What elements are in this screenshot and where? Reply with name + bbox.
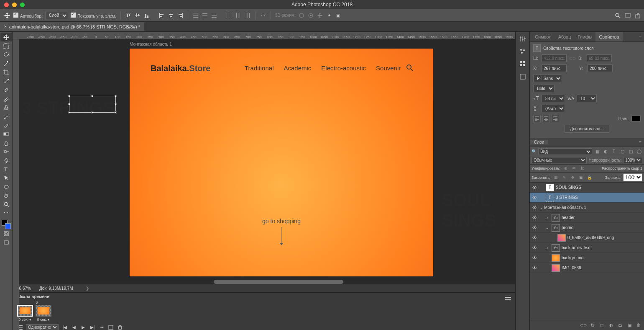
layer-row[interactable]: 👁⌄Монтажная область 1 [530, 203, 644, 213]
visibility-icon[interactable]: 👁 [530, 215, 539, 220]
horizontal-ruler[interactable]: -300-250-200-150-100-5005010015020025030… [13, 32, 515, 39]
filter-type-dropdown[interactable]: Вид [538, 148, 592, 155]
visibility-icon[interactable]: 👁 [530, 185, 539, 190]
font-weight-dropdown[interactable]: Bold [533, 85, 555, 92]
font-size-dropdown[interactable]: 88 пикс. [542, 95, 565, 102]
layer-row[interactable]: 👁T3 STRINGS [530, 193, 644, 203]
canvas[interactable]: 3 STRINGS Монтажная область 1 Balalaika.… [13, 39, 515, 284]
layer-fx-icon[interactable]: fx [590, 322, 595, 328]
lock-pixels-icon[interactable]: ✎ [562, 175, 567, 180]
3d-roll-icon[interactable] [307, 12, 314, 19]
artboard-label[interactable]: Монтажная область 1 [130, 42, 172, 46]
maximize-window-icon[interactable] [20, 3, 25, 7]
blur-tool[interactable] [0, 138, 12, 147]
quickmask-icon[interactable] [0, 229, 12, 238]
horizontal-scrollbar[interactable] [214, 280, 343, 284]
visibility-icon[interactable]: 👁 [530, 225, 539, 230]
tab-symbol[interactable]: Символ [532, 32, 555, 41]
filter-pixel-icon[interactable]: ▦ [594, 148, 601, 155]
layer-row[interactable]: 👁0_6a882_a5d90399_orig [530, 233, 644, 243]
layer-row[interactable]: 👁›🗀header [530, 213, 644, 223]
document-tab[interactable]: ×animtaion-balalaika-store.psd @ 66,7% (… [0, 22, 144, 31]
eyedropper-tool[interactable] [0, 77, 12, 85]
next-frame-icon[interactable]: ▶| [89, 325, 95, 330]
brush-tool[interactable] [0, 94, 12, 103]
y-field[interactable] [588, 64, 613, 72]
edit-toolbar-icon[interactable]: ⋯ [0, 209, 12, 217]
panel-menu-icon[interactable] [505, 296, 511, 300]
layer-row[interactable]: 👁background [530, 253, 644, 263]
play-icon[interactable]: ▶ [80, 325, 86, 330]
hand-tool[interactable] [0, 191, 12, 200]
twist-icon[interactable]: › [545, 216, 550, 220]
new-frame-icon[interactable] [108, 325, 114, 330]
propagate-checkbox[interactable]: Распространить кадр 1 [602, 166, 642, 170]
layer-row[interactable]: 👁⌄🗀promo [530, 223, 644, 233]
filter-shape-icon[interactable]: ▢ [619, 148, 626, 155]
align-bottom-icon[interactable] [143, 12, 150, 19]
delete-frame-icon[interactable] [117, 325, 123, 330]
more-options-icon[interactable]: ⋯ [260, 12, 266, 19]
dodge-tool[interactable] [0, 147, 12, 156]
dist-right-icon[interactable] [244, 12, 251, 19]
layer-name[interactable]: 0_6a882_a5d90399_orig [567, 235, 642, 240]
prev-frame-icon[interactable]: ◀ [71, 325, 77, 330]
twist-icon[interactable]: ⌄ [539, 206, 544, 210]
heal-tool[interactable] [0, 85, 12, 94]
new-layer-icon[interactable]: ▣ [626, 322, 632, 328]
minimize-window-icon[interactable] [12, 3, 17, 7]
gradient-tool[interactable] [0, 129, 12, 138]
lock-position-icon[interactable]: ✥ [570, 175, 576, 180]
wand-tool[interactable] [0, 59, 12, 68]
lasso-tool[interactable] [0, 50, 12, 59]
move-tool[interactable] [0, 33, 12, 41]
search-icon[interactable] [615, 13, 621, 18]
3d-pan-icon[interactable] [317, 12, 323, 19]
link-layers-icon[interactable]: ⊂⊃ [580, 322, 586, 328]
text-layer-soulsings[interactable]: SOUL SINGS [442, 190, 515, 230]
text-color-swatch[interactable] [631, 116, 641, 121]
screenmode-tool[interactable] [0, 238, 12, 247]
doc-size[interactable]: Док: 9,13M/19,7M [39, 286, 73, 291]
pen-tool[interactable] [0, 156, 12, 165]
crop-tool[interactable] [0, 68, 12, 77]
dist-left-icon[interactable] [226, 12, 233, 19]
dist-vcenter-icon[interactable] [202, 12, 208, 19]
fill-dropdown[interactable]: 100% [623, 173, 642, 181]
align-left-icon[interactable] [158, 12, 165, 19]
tracking-dropdown[interactable]: 10 [577, 95, 597, 102]
layer-name[interactable]: promo [562, 225, 642, 230]
path-select-tool[interactable] [0, 173, 12, 182]
layer-name[interactable]: 3 STRINGS [556, 195, 642, 200]
visibility-icon[interactable]: 👁 [530, 235, 539, 240]
panel-menu-icon[interactable]: ≡ [635, 140, 644, 144]
adjustment-layer-icon[interactable]: ◐ [608, 322, 614, 328]
unify-visibility-icon[interactable]: 👁 [571, 165, 577, 171]
new-group-icon[interactable]: 🗀 [617, 322, 623, 328]
layer-name[interactable]: IMG_0669 [562, 266, 642, 270]
3d-orbit-icon[interactable] [298, 12, 305, 19]
tab-paragraph[interactable]: Абзац [555, 32, 575, 41]
twist-icon[interactable]: ⌄ [545, 226, 550, 230]
align-left-text-icon[interactable] [533, 115, 541, 122]
filter-text-icon[interactable]: T [611, 148, 617, 155]
close-tab-icon[interactable]: × [4, 24, 7, 29]
share-icon[interactable] [635, 13, 641, 18]
shape-tool[interactable] [0, 182, 12, 191]
color-swatches[interactable] [2, 220, 11, 229]
dock-adjustments-icon[interactable] [518, 34, 527, 44]
layer-name[interactable]: background [562, 255, 642, 260]
unify-style-icon[interactable]: fx [580, 165, 585, 171]
leading-dropdown[interactable]: (Авто) [542, 105, 565, 112]
more-options-button[interactable]: Дополнительно... [565, 125, 609, 133]
dock-libraries-icon[interactable] [518, 72, 527, 81]
align-hcenter-icon[interactable] [168, 12, 174, 19]
layer-name[interactable]: Монтажная область 1 [544, 205, 642, 210]
x-field[interactable] [542, 64, 567, 72]
close-window-icon[interactable] [4, 3, 9, 7]
first-frame-icon[interactable]: |◀ [62, 325, 68, 330]
autoselect-dropdown[interactable]: Слой [45, 12, 68, 19]
move-tool-icon[interactable] [3, 12, 11, 19]
visibility-icon[interactable]: 👁 [530, 245, 539, 250]
filter-toggle-icon[interactable]: ◯ [636, 148, 642, 155]
